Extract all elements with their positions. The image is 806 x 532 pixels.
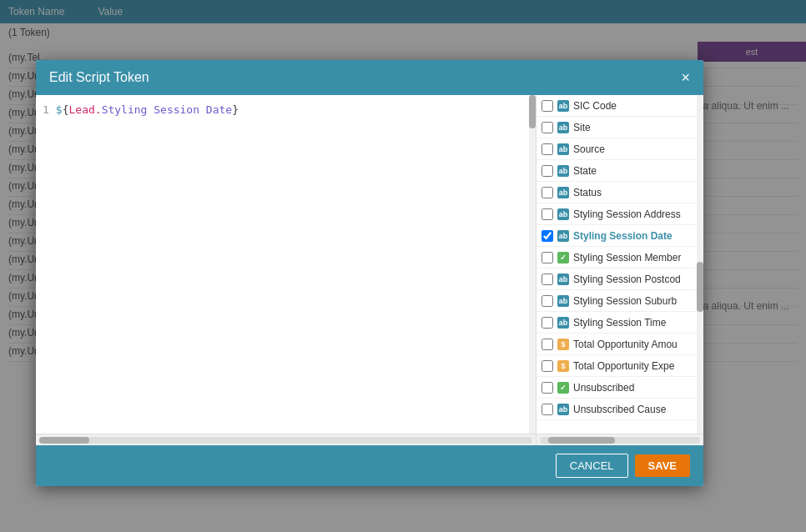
- token-checkbox-total-opportunity-expense[interactable]: [542, 360, 553, 372]
- token-item-styling-session-date[interactable]: abStyling Session Date: [536, 225, 703, 247]
- scrollbar-thumb-x: [39, 437, 89, 444]
- token-type-icon-source: ab: [557, 143, 570, 156]
- editor-vscroll-thumb: [529, 95, 536, 128]
- modal-footer: CANCEL SAVE: [36, 445, 703, 486]
- token-label-unsubscribed-cause: Unsubscribed Cause: [573, 404, 666, 415]
- token-type-icon-styling-session-address: ab: [557, 208, 570, 221]
- token-label-styling-session-address: Styling Session Address: [573, 208, 681, 220]
- modal-title: Edit Script Token: [49, 70, 149, 85]
- token-item-sic-code[interactable]: abSIC Code: [536, 95, 703, 117]
- token-type-icon-unsubscribed-cause: ab: [557, 403, 570, 416]
- token-label-styling-session-postcode: Styling Session Postcod: [573, 274, 681, 285]
- token-list-vscroll-thumb: [697, 262, 703, 312]
- token-checkbox-total-opportunity-amount[interactable]: [542, 339, 553, 350]
- token-item-styling-session-time[interactable]: abStyling Session Time: [536, 312, 703, 334]
- token-item-styling-session-member[interactable]: ✓Styling Session Member: [536, 247, 703, 269]
- token-label-sic-code: SIC Code: [573, 100, 617, 112]
- save-button[interactable]: SAVE: [635, 454, 690, 477]
- token-checkbox-styling-session-suburb[interactable]: [542, 295, 553, 307]
- token-label-styling-session-time: Styling Session Time: [573, 317, 666, 329]
- token-dollar: $: [56, 103, 63, 116]
- token-label-styling-session-date: Styling Session Date: [573, 230, 673, 242]
- token-type-icon-state: ab: [557, 164, 570, 178]
- editor-pane: 1${Lead.Styling Session Date}: [36, 95, 536, 445]
- token-checkbox-unsubscribed-cause[interactable]: [542, 404, 553, 415]
- line-number: 1: [43, 103, 49, 116]
- token-checkbox-styling-session-postcode[interactable]: [542, 274, 553, 285]
- token-item-total-opportunity-expense[interactable]: $Total Opportunity Expe: [536, 355, 703, 377]
- token-type-icon-styling-session-member: ✓: [557, 251, 570, 264]
- token-type-icon-site: ab: [557, 121, 570, 134]
- token-item-styling-session-postcode[interactable]: abStyling Session Postcod: [536, 269, 703, 290]
- edit-script-token-modal: Edit Script Token × 1${Lead.Styling Sess…: [36, 60, 703, 486]
- token-label-state: State: [573, 165, 597, 177]
- token-checkbox-state[interactable]: [542, 165, 553, 177]
- modal-body: 1${Lead.Styling Session Date} abSIC Code…: [36, 95, 703, 445]
- token-checkbox-styling-session-address[interactable]: [542, 208, 553, 220]
- token-type-icon-styling-session-suburb: ab: [557, 294, 570, 308]
- token-label-styling-session-member: Styling Session Member: [573, 252, 681, 263]
- token-item-unsubscribed-cause[interactable]: abUnsubscribed Cause: [536, 399, 703, 420]
- token-checkbox-unsubscribed[interactable]: [542, 382, 553, 394]
- token-label-total-opportunity-expense: Total Opportunity Expe: [573, 360, 674, 372]
- token-scrollbar-thumb: [548, 437, 615, 444]
- token-scrollbar-track: [540, 437, 700, 444]
- token-label-source: Source: [573, 143, 605, 155]
- token-checkbox-styling-session-member[interactable]: [542, 252, 553, 263]
- token-label-status: Status: [573, 187, 602, 198]
- token-checkbox-status[interactable]: [542, 187, 553, 198]
- modal-header: Edit Script Token ×: [36, 60, 703, 95]
- token-type-icon-total-opportunity-amount: $: [557, 338, 570, 351]
- editor-vscroll[interactable]: [529, 95, 536, 434]
- token-item-state[interactable]: abState: [536, 160, 703, 182]
- token-label-site: Site: [573, 122, 591, 133]
- token-list-vscroll[interactable]: [697, 95, 703, 434]
- token-item-site[interactable]: abSite: [536, 117, 703, 138]
- token-checkbox-styling-session-time[interactable]: [542, 317, 553, 329]
- token-label-styling-session-suburb: Styling Session Suburb: [573, 295, 677, 307]
- token-close-brace: }: [232, 103, 239, 116]
- token-item-unsubscribed[interactable]: ✓Unsubscribed: [536, 377, 703, 399]
- token-type-icon-unsubscribed: ✓: [557, 381, 570, 394]
- modal-close-button[interactable]: ×: [681, 70, 690, 85]
- token-list-scrollbar-x[interactable]: [536, 434, 703, 445]
- editor-scrollbar-x[interactable]: [36, 434, 536, 445]
- token-type-icon-total-opportunity-expense: $: [557, 359, 570, 373]
- token-checkbox-source[interactable]: [542, 143, 553, 155]
- scrollbar-track-x: [39, 437, 532, 444]
- token-item-status[interactable]: abStatus: [536, 182, 703, 203]
- token-type-icon-styling-session-time: ab: [557, 316, 570, 329]
- token-item-styling-session-address[interactable]: abStyling Session Address: [536, 203, 703, 225]
- token-field: Styling Session Date: [102, 103, 233, 116]
- token-type-icon-styling-session-postcode: ab: [557, 273, 570, 286]
- token-checkbox-styling-session-date[interactable]: [542, 230, 553, 242]
- token-type-icon-styling-session-date: ab: [557, 229, 570, 243]
- token-list-pane: abSIC CodeabSiteabSourceabStateabStatusa…: [536, 95, 703, 445]
- token-checkbox-site[interactable]: [542, 122, 553, 133]
- token-type-icon-sic-code: ab: [557, 99, 570, 113]
- token-item-source[interactable]: abSource: [536, 138, 703, 160]
- token-checkbox-sic-code[interactable]: [542, 100, 553, 112]
- token-item-total-opportunity-amount[interactable]: $Total Opportunity Amou: [536, 334, 703, 355]
- token-item-styling-session-suburb[interactable]: abStyling Session Suburb: [536, 290, 703, 312]
- cancel-button[interactable]: CANCEL: [556, 454, 628, 478]
- token-lead: Lead.: [68, 103, 101, 116]
- token-label-unsubscribed: Unsubscribed: [573, 382, 634, 394]
- token-list-scroll[interactable]: abSIC CodeabSiteabSourceabStateabStatusa…: [536, 95, 703, 434]
- editor-content[interactable]: 1${Lead.Styling Session Date}: [36, 95, 536, 445]
- token-label-total-opportunity-amount: Total Opportunity Amou: [573, 339, 678, 350]
- token-type-icon-status: ab: [557, 186, 570, 199]
